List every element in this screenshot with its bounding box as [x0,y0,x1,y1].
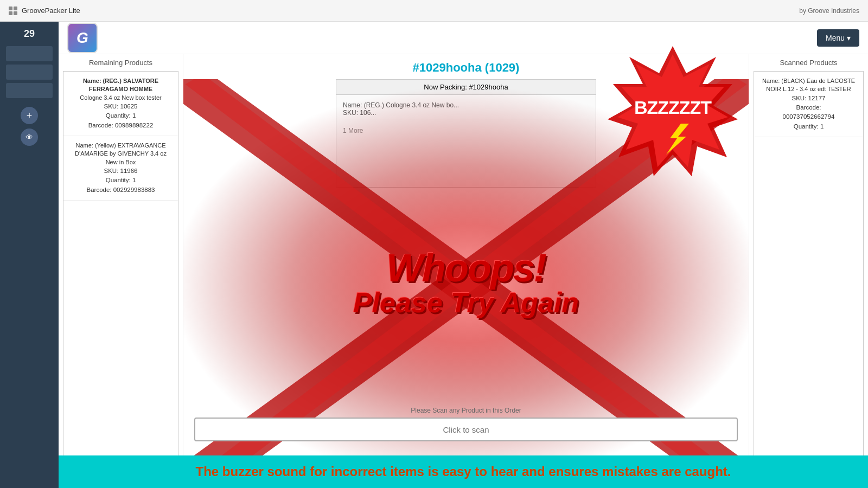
scan-section: Please Scan any Product in this Order [183,407,749,450]
whoops-line2: Please Try Again [353,287,579,318]
bzzzt-badge: BZZZZZT [602,43,743,184]
packing-item-row: Name: (REG.) Cologne 3.4 oz New bo... SK… [343,99,589,119]
menu-button[interactable]: Menu ▾ [817,29,859,47]
remaining-product-card-1[interactable]: Name: (REG.) SALVATORE FERRAGAMO HOMME C… [63,72,178,136]
packing-box: Now Packing: #1029hooha Name: (REG.) Col… [336,79,596,188]
packing-box-header: Now Packing: #1029hooha [336,80,596,95]
svg-text:BZZZZZT: BZZZZZT [634,97,712,118]
scanned-product-barcode: 000737052662794 [760,112,858,121]
browser-bar: GroovePacker Lite by Groove Industries [0,0,868,22]
bottom-banner: The buzzer sound for incorrect items is … [59,455,868,488]
scanned-product-name: Name: (BLACK) Eau de LACOSTE NOIR L.12 -… [760,77,858,94]
product-quantity: Quantity: 1 [69,111,173,120]
main-content: G Menu ▾ Remaining Products Name: (REG.)… [59,22,868,488]
scanned-products-title: Scanned Products [754,59,864,67]
sidebar-nav-item[interactable] [6,83,53,98]
remaining-products-panel: Remaining Products Name: (REG.) SALVATOR… [59,54,183,488]
scanned-products-panel: Scanned Products Name: (BLACK) Eau de LA… [749,54,868,488]
product-barcode: Barcode: 00989898222 [69,121,173,130]
by-groove: by Groove Industries [799,7,859,15]
remaining-products-title: Remaining Products [63,59,178,67]
product-name: Name: (REG.) SALVATORE FERRAGAMO HOMME C… [69,77,173,102]
eye-icon: 👁 [25,133,33,142]
scan-input[interactable] [194,418,738,441]
scanned-product-card-1: Name: (BLACK) Eau de LACOSTE NOIR L.12 -… [754,72,863,137]
product-name: Name: (Yellow) EXTRAVAGANCE D'AMARIGE by… [69,142,173,166]
scanned-products-list: Name: (BLACK) Eau de LACOSTE NOIR L.12 -… [754,71,864,480]
plus-icon: + [27,110,33,121]
scanned-product-sku: SKU: 12177 [760,94,858,103]
product-quantity: Quantity: 1 [69,176,173,185]
bzzzt-svg: BZZZZZT [602,43,743,184]
packing-item-name: Name: (REG.) Cologne 3.4 oz New bo... [343,101,589,109]
product-sku: SKU: 11966 [69,166,173,176]
order-title: #1029hooha (1029) [413,54,520,79]
sidebar-add-button[interactable]: + [21,107,38,124]
sidebar-nav-item[interactable] [6,65,53,80]
browser-title: GroovePacker Lite [22,7,80,15]
whoops-text: Whoops! Please Try Again [353,248,579,318]
banner-text: The buzzer sound for incorrect items is … [196,464,731,479]
body-area: Remaining Products Name: (REG.) SALVATOR… [59,54,868,488]
sidebar-eye-button[interactable]: 👁 [21,129,38,146]
whoops-line1: Whoops! [353,248,579,287]
remaining-product-card-2[interactable]: Name: (Yellow) EXTRAVAGANCE D'AMARIGE by… [63,136,178,201]
product-sku: SKU: 10625 [69,102,173,111]
sidebar-nav-item[interactable] [6,46,53,61]
packing-box-content: Name: (REG.) Cologne 3.4 oz New bo... SK… [336,95,596,124]
sidebar: 29 + 👁 [0,22,59,488]
menu-label: Menu ▾ [826,34,851,42]
scanned-product-barcode-label: Barcode: [760,103,858,112]
product-barcode: Barcode: 002929983883 [69,185,173,195]
app-header: G Menu ▾ [59,22,868,54]
scanned-product-quantity: Quantity: 1 [760,122,858,131]
sidebar-nav [6,46,53,98]
app-logo: G [67,23,98,53]
sidebar-number: 29 [24,28,35,40]
packing-item-sku: SKU: 106... [343,109,589,117]
scan-area: Please Scan any Product in this Order [183,407,749,450]
more-items: 1 More [336,124,596,138]
logo-letter: G [76,29,88,47]
remaining-products-list: Name: (REG.) SALVATORE FERRAGAMO HOMME C… [63,71,178,480]
browser-grid-icon [9,7,17,15]
scan-prompt: Please Scan any Product in this Order [194,407,738,414]
